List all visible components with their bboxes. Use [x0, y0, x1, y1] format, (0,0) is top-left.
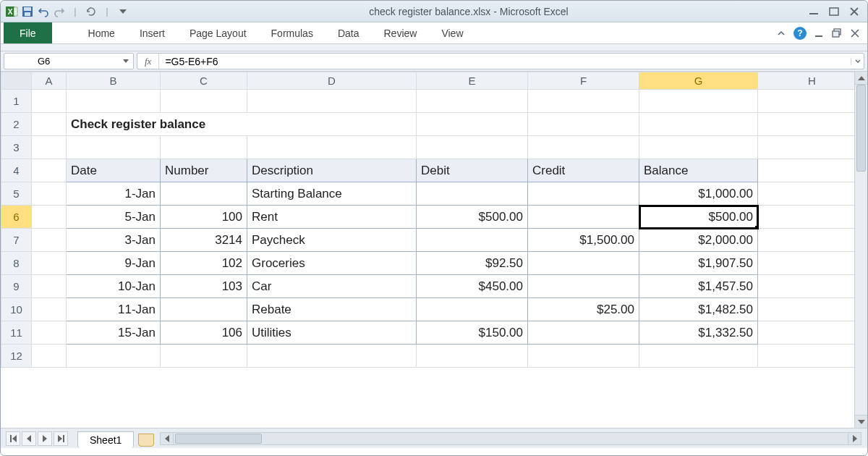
- new-sheet-icon[interactable]: [138, 434, 154, 447]
- tab-data[interactable]: Data: [338, 28, 359, 39]
- cell-date[interactable]: 11-Jan: [67, 298, 161, 321]
- sheet-nav-prev-icon[interactable]: [22, 431, 36, 446]
- cell-credit[interactable]: $1,500.00: [528, 229, 639, 252]
- cell-number[interactable]: [161, 298, 247, 321]
- col-header-B[interactable]: B: [67, 72, 161, 90]
- cell-debit[interactable]: [417, 298, 528, 321]
- row-header-2[interactable]: 2: [1, 113, 32, 136]
- name-box[interactable]: G6: [4, 53, 134, 69]
- spreadsheet-grid[interactable]: A B C D E F G H 1 2 Check re: [1, 72, 854, 368]
- cell-credit[interactable]: [528, 321, 639, 345]
- cell-date[interactable]: 5-Jan: [67, 206, 161, 229]
- col-header-C[interactable]: C: [161, 72, 247, 90]
- tab-view[interactable]: View: [441, 28, 463, 39]
- cell-description[interactable]: Starting Balance: [247, 182, 417, 206]
- redo-icon[interactable]: [53, 5, 66, 18]
- workbook-close-icon[interactable]: [850, 29, 860, 38]
- cell-description[interactable]: Groceries: [247, 252, 417, 275]
- tab-formulas[interactable]: Formulas: [271, 28, 313, 39]
- vertical-scrollbar[interactable]: [854, 72, 867, 428]
- workbook-minimize-icon[interactable]: [814, 29, 824, 38]
- col-header-A[interactable]: A: [32, 72, 67, 90]
- row-header-3[interactable]: 3: [1, 136, 32, 159]
- formula-bar-expand-icon[interactable]: [851, 58, 864, 65]
- row-header-10[interactable]: 10: [1, 298, 32, 321]
- help-icon[interactable]: ?: [793, 27, 807, 40]
- col-header-F[interactable]: F: [528, 72, 639, 90]
- tab-page-layout[interactable]: Page Layout: [190, 28, 247, 39]
- hscroll-thumb[interactable]: [175, 434, 262, 444]
- cell-description[interactable]: Rent: [247, 206, 417, 229]
- row-header-11[interactable]: 11: [1, 321, 32, 345]
- cell-number[interactable]: 3214: [161, 229, 247, 252]
- row-header-4[interactable]: 4: [1, 159, 32, 182]
- sheet-tab-sheet1[interactable]: Sheet1: [77, 431, 134, 448]
- cell-balance[interactable]: $1,482.50: [639, 298, 758, 321]
- fx-icon[interactable]: fx: [137, 54, 159, 69]
- col-header-E[interactable]: E: [417, 72, 528, 90]
- sheet-nav-last-icon[interactable]: [54, 431, 68, 446]
- tab-home[interactable]: Home: [88, 28, 115, 39]
- cell-balance[interactable]: $1,332.50: [639, 321, 758, 345]
- scroll-up-icon[interactable]: [855, 72, 867, 85]
- minimize-button[interactable]: [808, 7, 820, 17]
- cell-number[interactable]: 103: [161, 275, 247, 298]
- cell-debit[interactable]: [417, 229, 528, 252]
- select-all-cell[interactable]: [1, 72, 32, 90]
- file-tab[interactable]: File: [4, 22, 52, 43]
- cell-credit[interactable]: [528, 182, 639, 206]
- scroll-right-icon[interactable]: [848, 433, 861, 444]
- sheet-nav-first-icon[interactable]: [6, 431, 20, 446]
- cell-date[interactable]: 3-Jan: [67, 229, 161, 252]
- cell-balance-selected[interactable]: $500.00: [639, 206, 758, 229]
- cell-number[interactable]: 106: [161, 321, 247, 345]
- cell-balance[interactable]: $1,907.50: [639, 252, 758, 275]
- tab-insert[interactable]: Insert: [140, 28, 165, 39]
- qat-customize-icon[interactable]: [116, 5, 129, 18]
- workbook-restore-icon[interactable]: [831, 28, 843, 38]
- cell-number[interactable]: 100: [161, 206, 247, 229]
- formula-input[interactable]: [159, 54, 851, 69]
- cell-balance[interactable]: $1,457.50: [639, 275, 758, 298]
- cell-date[interactable]: 15-Jan: [67, 321, 161, 345]
- cell-balance[interactable]: $1,000.00: [639, 182, 758, 206]
- cell-description[interactable]: Rebate: [247, 298, 417, 321]
- cell-date[interactable]: 10-Jan: [67, 275, 161, 298]
- cell-balance[interactable]: $2,000.00: [639, 229, 758, 252]
- cell-debit[interactable]: $450.00: [417, 275, 528, 298]
- cell-debit[interactable]: $150.00: [417, 321, 528, 345]
- cell-debit[interactable]: $500.00: [417, 206, 528, 229]
- ribbon-minimize-icon[interactable]: [776, 28, 786, 38]
- row-header-9[interactable]: 9: [1, 275, 32, 298]
- cell-description[interactable]: Paycheck: [247, 229, 417, 252]
- scroll-down-icon[interactable]: [855, 415, 867, 428]
- cell-debit[interactable]: $92.50: [417, 252, 528, 275]
- row-header-7[interactable]: 7: [1, 229, 32, 252]
- undo-icon[interactable]: [37, 5, 50, 18]
- cell-date[interactable]: 9-Jan: [67, 252, 161, 275]
- cell-description[interactable]: Utilities: [247, 321, 417, 345]
- save-icon[interactable]: [21, 5, 34, 18]
- close-button[interactable]: [848, 7, 860, 17]
- scroll-left-icon[interactable]: [161, 433, 174, 444]
- cell-credit[interactable]: $25.00: [528, 298, 639, 321]
- row-header-12[interactable]: 12: [1, 345, 32, 368]
- name-box-dropdown-icon[interactable]: [123, 59, 129, 63]
- col-header-G[interactable]: G: [639, 72, 758, 90]
- maximize-button[interactable]: [828, 7, 840, 17]
- cell-date[interactable]: 1-Jan: [67, 182, 161, 206]
- scroll-thumb[interactable]: [856, 85, 866, 172]
- row-header-1[interactable]: 1: [1, 90, 32, 113]
- cell-number[interactable]: [161, 182, 247, 206]
- cell-credit[interactable]: [528, 252, 639, 275]
- cell-number[interactable]: 102: [161, 252, 247, 275]
- col-header-D[interactable]: D: [247, 72, 417, 90]
- row-header-5[interactable]: 5: [1, 182, 32, 206]
- cell-credit[interactable]: [528, 275, 639, 298]
- cell-debit[interactable]: [417, 182, 528, 206]
- sheet-nav-next-icon[interactable]: [38, 431, 52, 446]
- refresh-icon[interactable]: [85, 5, 98, 18]
- row-header-8[interactable]: 8: [1, 252, 32, 275]
- horizontal-scrollbar[interactable]: [160, 432, 861, 445]
- row-header-6[interactable]: 6: [1, 206, 32, 229]
